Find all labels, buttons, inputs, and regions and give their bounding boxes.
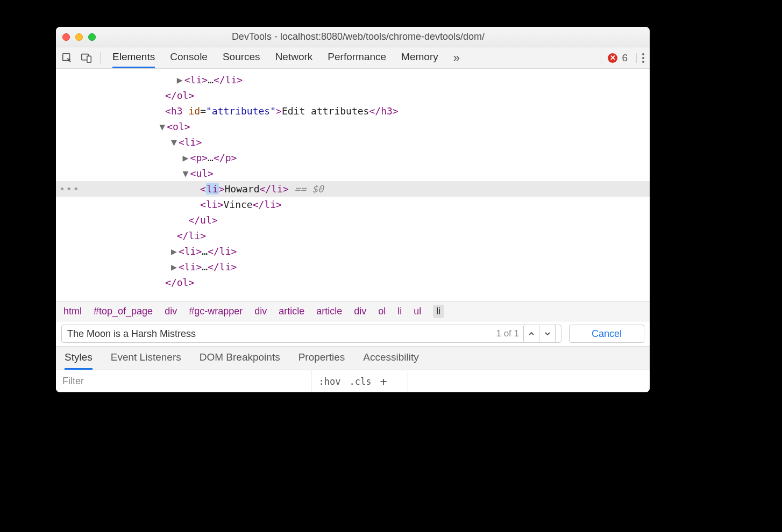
crumb-div[interactable]: div <box>354 306 366 317</box>
expand-arrow-icon[interactable]: ▶ <box>183 150 190 166</box>
collapse-arrow-icon[interactable]: ▼ <box>159 119 167 134</box>
dom-row[interactable]: ▼<ul> <box>56 166 650 181</box>
tab-sources[interactable]: Sources <box>223 47 260 68</box>
search-prev-icon[interactable] <box>523 325 539 343</box>
hov-toggle[interactable]: :hov <box>319 376 341 387</box>
tab-performance[interactable]: Performance <box>328 47 386 68</box>
main-toolbar: Elements Console Sources Network Perform… <box>56 47 650 69</box>
window-controls <box>62 33 96 41</box>
styles-filter-input[interactable] <box>56 370 311 392</box>
search-box: 1 of 1 <box>61 325 561 343</box>
styles-empty-pane <box>408 370 650 392</box>
expand-arrow-icon[interactable]: ▶ <box>177 72 184 88</box>
window-title: DevTools - localhost:8080/web/tools/chro… <box>105 31 643 42</box>
cancel-button[interactable]: Cancel <box>569 325 644 343</box>
collapse-arrow-icon[interactable]: ▼ <box>171 134 179 150</box>
devtools-window: DevTools - localhost:8080/web/tools/chro… <box>56 27 650 392</box>
dom-row[interactable]: </ol> <box>56 88 650 103</box>
dom-row[interactable]: ▼<li> <box>56 134 650 150</box>
collapse-arrow-icon[interactable]: ▼ <box>183 166 190 181</box>
subtab-dom-breakpoints[interactable]: DOM Breakpoints <box>200 347 280 370</box>
zoom-icon[interactable] <box>88 33 96 41</box>
tab-memory[interactable]: Memory <box>401 47 438 68</box>
crumb-div[interactable]: div <box>254 306 267 317</box>
search-count: 1 of 1 <box>496 328 519 339</box>
styles-filter-row: :hov .cls + <box>56 370 650 392</box>
crumb-ol[interactable]: ol <box>378 306 386 317</box>
minimize-icon[interactable] <box>75 33 83 41</box>
subtab-accessibility[interactable]: Accessibility <box>363 347 418 370</box>
dom-row[interactable]: ▶<li>…</li> <box>56 259 650 275</box>
context-menu-icon[interactable]: ••• <box>59 181 80 197</box>
subtab-properties[interactable]: Properties <box>298 347 345 370</box>
crumb-top-of-page[interactable]: #top_of_page <box>94 306 153 317</box>
crumb-div[interactable]: div <box>165 306 177 317</box>
dom-row[interactable]: <li>Vince</li> <box>56 197 650 212</box>
tab-elements[interactable]: Elements <box>112 47 155 68</box>
expand-arrow-icon[interactable]: ▶ <box>171 259 179 275</box>
dom-row-selected[interactable]: <li>Howard</li> == $0 <box>56 181 650 197</box>
tabs-overflow-icon[interactable]: » <box>453 47 460 68</box>
close-icon[interactable] <box>62 33 70 41</box>
breadcrumb: html #top_of_page div #gc-wrapper div ar… <box>56 301 650 321</box>
dom-row[interactable]: ▶<li>…</li> <box>56 243 650 259</box>
crumb-li[interactable]: li <box>397 306 402 317</box>
inspect-icon[interactable] <box>61 52 73 64</box>
crumb-html[interactable]: html <box>63 306 82 317</box>
dom-row[interactable]: </ol> <box>56 275 650 290</box>
dom-row[interactable]: </ul> <box>56 212 650 228</box>
crumb-article[interactable]: article <box>279 306 304 317</box>
tab-network[interactable]: Network <box>275 47 313 68</box>
styles-pane-tabs: Styles Event Listeners DOM Breakpoints P… <box>56 346 650 370</box>
cls-toggle[interactable]: .cls <box>349 376 371 387</box>
crumb-ul[interactable]: ul <box>414 306 421 317</box>
error-icon[interactable]: ✕ <box>608 53 617 63</box>
dom-row[interactable]: ▼<ol> <box>56 119 650 134</box>
expand-arrow-icon[interactable]: ▶ <box>171 243 179 259</box>
dom-row[interactable]: ▶<p>…</p> <box>56 150 650 166</box>
device-toggle-icon[interactable] <box>81 52 93 64</box>
dom-row[interactable]: ▶<li>…</li> <box>56 72 650 88</box>
dom-row[interactable]: <h3 id="attributes">Edit attributes</h3> <box>56 103 650 119</box>
crumb-article[interactable]: article <box>316 306 342 317</box>
titlebar: DevTools - localhost:8080/web/tools/chro… <box>56 27 650 47</box>
subtab-event-listeners[interactable]: Event Listeners <box>111 347 181 370</box>
menu-icon[interactable] <box>636 53 644 63</box>
subtab-styles[interactable]: Styles <box>65 347 93 370</box>
svg-rect-2 <box>87 56 91 62</box>
panel-tabs: Elements Console Sources Network Perform… <box>101 47 596 68</box>
tab-console[interactable]: Console <box>170 47 208 68</box>
search-next-icon[interactable] <box>539 325 556 343</box>
search-bar: 1 of 1 Cancel <box>56 321 650 346</box>
new-style-rule-icon[interactable]: + <box>380 375 387 388</box>
dom-tree[interactable]: ▶<li>…</li> </ol> <h3 id="attributes">Ed… <box>56 69 650 301</box>
crumb-gc-wrapper[interactable]: #gc-wrapper <box>189 306 243 317</box>
crumb-li-current[interactable]: li <box>433 305 444 318</box>
dom-row[interactable]: </li> <box>56 228 650 243</box>
error-count[interactable]: 6 <box>622 52 628 64</box>
search-input[interactable] <box>67 328 492 340</box>
